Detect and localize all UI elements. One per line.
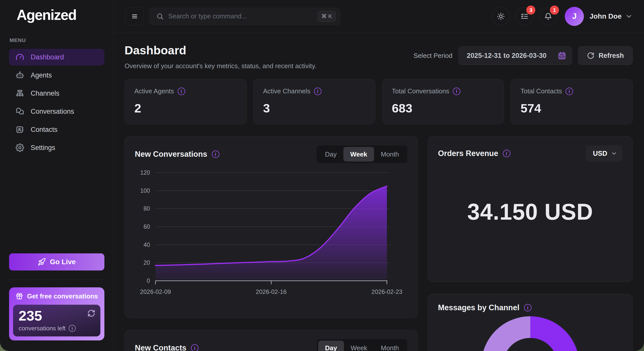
date-range-value: 2025-12-31 to 2026-03-30 [467, 52, 546, 60]
stat-cards-row: Active Agents 2 Active Channels 3 Total … [125, 79, 633, 124]
info-icon[interactable] [453, 88, 460, 95]
refresh-button[interactable]: Refresh [578, 46, 633, 65]
info-icon[interactable] [314, 88, 321, 95]
info-icon[interactable] [212, 150, 219, 158]
sidebar-item-agents[interactable]: Agents [9, 67, 104, 84]
sidebar-item-conversations[interactable]: Conversations [9, 103, 104, 120]
stat-value: 3 [263, 101, 366, 115]
currency-select[interactable]: USD [586, 145, 622, 162]
toggle-week[interactable]: Week [344, 341, 374, 351]
sidebar-item-label: Contacts [31, 126, 58, 134]
free-conversations-card[interactable]: Get free conversations 235 conversations… [9, 287, 104, 340]
toggle-week[interactable]: Week [343, 147, 374, 162]
gear-icon [16, 143, 24, 152]
page-title: Dashboard [125, 43, 316, 57]
sidebar-item-dashboard[interactable]: Dashboard [9, 49, 104, 65]
info-icon[interactable] [503, 150, 510, 157]
chevron-down-icon [625, 13, 633, 20]
currency-value: USD [593, 150, 607, 158]
sync-icon[interactable] [87, 309, 95, 317]
messages-by-channel-card: Messages by Channel [428, 294, 633, 351]
svg-text:2026-02-09: 2026-02-09 [140, 288, 171, 295]
new-conversations-card: New Conversations Day Week Month 0204060… [125, 136, 418, 318]
sidebar-item-label: Settings [31, 144, 55, 152]
avatar[interactable]: J [565, 7, 584, 26]
conversations-left-row: conversations left [19, 325, 95, 332]
svg-text:0: 0 [147, 278, 150, 284]
user-menu[interactable]: John Doe [589, 12, 633, 20]
search-input[interactable] [168, 12, 313, 20]
rocket-icon [38, 258, 46, 266]
avatar-initial: J [572, 12, 577, 21]
gauge-icon [16, 53, 24, 61]
menu-toggle-button[interactable] [125, 7, 144, 25]
search-shortcut: ⌘ K [317, 11, 336, 22]
period-controls: Select Period 2025-12-31 to 2026-03-30 R… [414, 46, 633, 65]
new-conversations-title: New Conversations [135, 150, 207, 159]
svg-text:2026-02-16: 2026-02-16 [256, 288, 287, 295]
toggle-day[interactable]: Day [318, 341, 344, 351]
stat-label: Active Channels [263, 87, 310, 95]
sidebar-item-contacts[interactable]: Contacts [9, 121, 104, 138]
free-conversations-title: Get free conversations [27, 292, 98, 300]
sidebar-item-settings[interactable]: Settings [9, 139, 104, 156]
dashboard-grid: New Conversations Day Week Month 0204060… [125, 136, 633, 351]
conversations-left-label: conversations left [19, 325, 66, 332]
notifications-button[interactable]: 1 [539, 7, 557, 25]
sidebar-nav: Dashboard Agents Channels Conversations … [9, 49, 104, 156]
info-icon[interactable] [69, 325, 76, 332]
user-name: John Doe [589, 12, 622, 20]
info-icon[interactable] [178, 88, 185, 95]
svg-text:60: 60 [143, 223, 150, 230]
go-live-button[interactable]: Go Live [9, 253, 104, 270]
stat-label: Active Agents [134, 87, 174, 95]
app-logo: Agenized [17, 7, 104, 23]
calendar-icon [558, 51, 566, 60]
new-contacts-title: New Contacts [135, 343, 186, 351]
stat-card-total-conversations: Total Conversations 683 [382, 79, 504, 124]
date-range-picker[interactable]: 2025-12-31 to 2026-03-30 [458, 46, 572, 65]
svg-text:20: 20 [143, 259, 150, 266]
conversations-count: 235 [19, 308, 95, 324]
toggle-month[interactable]: Month [374, 341, 406, 351]
free-conversations-header: Get free conversations [13, 292, 100, 300]
chat-bubbles-icon [16, 107, 24, 116]
list-checks-icon [520, 12, 529, 20]
sidebar-item-label: Channels [31, 90, 59, 97]
tasks-button[interactable]: 3 [515, 7, 534, 25]
tasks-badge: 3 [526, 6, 535, 15]
new-contacts-card: New Contacts Day Week Month [125, 330, 418, 351]
info-icon[interactable] [566, 88, 573, 95]
stat-label: Total Contacts [520, 87, 562, 95]
conversations-counter: 235 conversations left [13, 305, 100, 336]
info-icon[interactable] [524, 304, 532, 311]
go-live-label: Go Live [50, 258, 76, 266]
info-icon[interactable] [191, 344, 198, 351]
sidebar-item-label: Dashboard [31, 53, 64, 61]
toggle-day[interactable]: Day [318, 147, 343, 162]
page-title-block: Dashboard Overview of your account's key… [125, 43, 316, 70]
toggle-month[interactable]: Month [374, 147, 406, 162]
card-title-row: Orders Revenue [438, 149, 510, 158]
sun-icon [497, 12, 505, 20]
stat-value: 683 [392, 101, 494, 115]
sidebar-item-label: Agents [31, 71, 52, 79]
svg-text:80: 80 [143, 205, 150, 212]
stat-label: Total Conversations [392, 87, 449, 95]
robot-icon [16, 71, 24, 80]
refresh-icon [587, 52, 594, 59]
search-bar[interactable]: ⌘ K [149, 8, 340, 25]
stat-card-active-agents: Active Agents 2 [125, 79, 247, 124]
sidebar-item-channels[interactable]: Channels [9, 85, 104, 102]
search-icon [156, 13, 164, 20]
refresh-label: Refresh [598, 52, 624, 60]
orders-revenue-title: Orders Revenue [438, 149, 498, 158]
menu-section-label: MENU [10, 37, 104, 43]
orders-revenue-card: Orders Revenue USD 34.150 USD [428, 136, 633, 282]
right-column: Orders Revenue USD 34.150 USD [428, 136, 633, 351]
main-content: Dashboard Overview of your account's key… [114, 33, 644, 351]
chevron-down-icon [611, 150, 617, 157]
card-title-row: Messages by Channel [438, 303, 532, 312]
revenue-value: 34.150 USD [438, 162, 622, 262]
theme-toggle-button[interactable] [492, 7, 510, 25]
